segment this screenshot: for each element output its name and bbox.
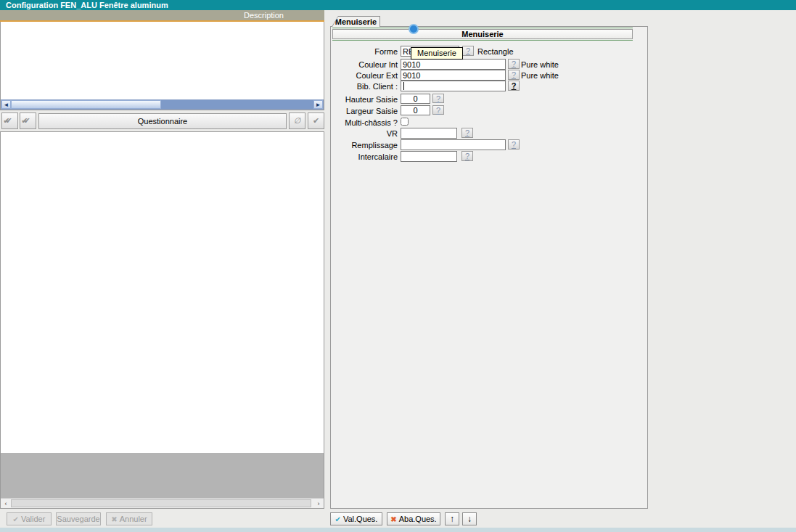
couleur-int-input[interactable] [401,59,506,70]
check-icon: ✔ [13,515,19,523]
couleur-int-label: Couleur Int [282,60,398,69]
bottom-status-strip [0,528,796,532]
remplissage-label: Remplissage [282,141,398,150]
couleur-int-help-button[interactable]: ? [508,59,520,69]
aba-ques-button[interactable]: ✖Aba.Ques. [387,512,440,525]
menuiserie-tooltip: Menuiserie [411,47,463,60]
valider-button[interactable]: ✔Valider [7,512,52,525]
text-caret [403,82,404,90]
questionnaire-list-area[interactable]: ‹ › [0,131,324,509]
scroll-left-arrow-icon[interactable]: ◄ [1,100,11,109]
couleur-ext-help-button[interactable]: ? [508,70,520,80]
forme-description-text: Rectangle [477,47,514,56]
intercalaire-label: Intercalaire [282,152,398,161]
val-ques-button[interactable]: ✔Val.Ques. [330,512,382,525]
double-check-icon: ✔✔ [21,116,30,125]
hscrollbar-thumb[interactable] [11,100,161,109]
couleur-ext-input[interactable] [401,70,506,81]
app-window: Configuration FEN_ALU Fenêtre aluminum D… [0,0,796,532]
largeur-saisie-input[interactable] [401,105,430,115]
vr-help-button[interactable]: ? [461,128,473,138]
description-column-header[interactable]: Description [0,10,324,20]
scroll-right-chevron-icon[interactable]: › [314,499,323,508]
hauteur-saisie-label: Hauteur Saisie [282,95,398,104]
couleur-ext-description-text: Pure white [521,71,559,80]
largeur-help-button[interactable]: ? [432,105,444,115]
arrow-down-icon: ↓ [467,514,472,524]
hscrollbar-thumb[interactable] [11,499,311,507]
annuler-button[interactable]: ✖Annuler [106,512,152,525]
check-icon: ✔ [335,515,341,523]
bib-client-input[interactable] [401,81,506,91]
move-down-button[interactable]: ↓ [462,512,477,525]
window-title-bar: Configuration FEN_ALU Fenêtre aluminum [0,0,796,10]
multi-chassis-checkbox[interactable] [401,118,409,126]
tab-menuiserie[interactable]: Menuiserie [332,16,380,27]
remplissage-input[interactable] [401,139,506,150]
double-check-icon: ✔✔ [3,116,12,125]
move-up-button[interactable]: ↑ [445,512,459,525]
questionnaire-header-button[interactable]: Questionnaire [38,113,287,129]
window-title: Configuration FEN_ALU Fenêtre aluminum [6,1,168,9]
menuiserie-section-header: Menuiserie [332,28,633,41]
hauteur-saisie-input[interactable] [401,94,430,104]
forme-label: Forme [282,47,398,56]
questionnaire-footer-area [1,453,324,498]
questionnaire-hscrollbar[interactable]: ‹ › [1,498,324,508]
couleur-ext-label: Couleur Ext [282,71,398,80]
section-header-label: Menuiserie [332,29,633,39]
hauteur-help-button[interactable]: ? [432,94,444,103]
remplissage-help-button[interactable]: ? [508,139,520,150]
scroll-left-chevron-icon[interactable]: ‹ [1,499,10,508]
bib-client-label: Bib. Client : [282,82,398,91]
vr-input[interactable] [401,128,457,139]
cross-icon: ✖ [390,515,396,523]
cross-icon: ✖ [111,515,117,523]
validate-all-button[interactable]: ✔✔ [1,112,18,129]
validate-all-2-button[interactable]: ✔✔ [20,112,36,129]
sauvegarde-button[interactable]: Sauvegarde [56,512,101,525]
bib-client-help-button[interactable]: ? [508,81,520,91]
busy-ring-icon [410,25,417,33]
intercalaire-help-button[interactable]: ? [461,151,473,161]
forme-help-button[interactable]: ? [462,46,474,56]
vr-label: VR [282,129,398,138]
description-hscrollbar[interactable]: ◄ ► [1,99,324,110]
multi-chassis-label: Multi-châssis ? [282,118,398,127]
largeur-saisie-label: Largeur Saisie [282,107,398,115]
description-list-area[interactable]: ◄ ► [0,22,324,110]
couleur-int-description-text: Pure white [521,60,559,69]
arrow-up-icon: ↑ [450,514,454,524]
intercalaire-input[interactable] [401,151,457,162]
